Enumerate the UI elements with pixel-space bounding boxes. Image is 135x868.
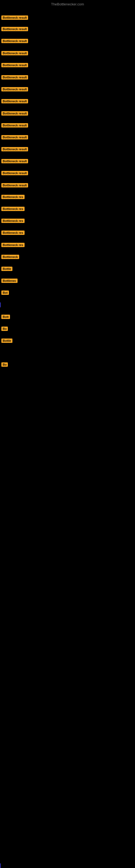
bottleneck-badge: Bottleneck result: [1, 39, 28, 43]
bottleneck-badge: Bottleneck result: [1, 123, 28, 127]
bottleneck-badge: Bottleneck result: [1, 16, 28, 20]
cursor-line: [0, 863, 1, 868]
bottleneck-badge: Bottleneck res: [1, 243, 25, 247]
bottleneck-badge: Bottlenec: [1, 279, 17, 283]
bottleneck-badge: Bottleneck result: [1, 63, 28, 67]
bottleneck-badge: Bottle: [1, 267, 12, 271]
bottleneck-badge: Bottleneck result: [1, 183, 28, 187]
bottleneck-badge: Bottleneck result: [1, 99, 28, 103]
bottleneck-badge: Bottleneck result: [1, 27, 28, 31]
bottleneck-badge: Bottleneck result: [1, 147, 28, 151]
bottleneck-badge: Bottleneck res: [1, 195, 25, 199]
bottleneck-badge: Bottleneck res: [1, 219, 25, 223]
bottleneck-badge: Bottleneck result: [1, 135, 28, 140]
bottleneck-badge: Bo: [1, 362, 8, 367]
bottleneck-badge: Bott: [1, 315, 10, 319]
bottleneck-badge: Bottleneck result: [1, 75, 28, 80]
bottleneck-badge: Bottleneck result: [1, 51, 28, 55]
bottleneck-badge: Bo: [1, 327, 8, 331]
bottleneck-badge: Bottle: [1, 339, 12, 343]
bottleneck-badge: Bottleneck result: [1, 111, 28, 116]
bottleneck-badge: Bottleneck result: [1, 87, 28, 91]
bottleneck-badge: Bottleneck: [1, 255, 19, 259]
bottleneck-badge: Bottleneck res: [1, 230, 25, 235]
bottleneck-badge: Bottleneck result: [1, 159, 28, 163]
site-title: TheBottlenecker.com: [0, 2, 135, 6]
bottleneck-badge: Bottleneck res: [1, 207, 25, 211]
bottleneck-badge: Bot: [1, 290, 9, 295]
cursor-line: [0, 303, 1, 307]
bottleneck-badge: Bottleneck result: [1, 171, 28, 175]
